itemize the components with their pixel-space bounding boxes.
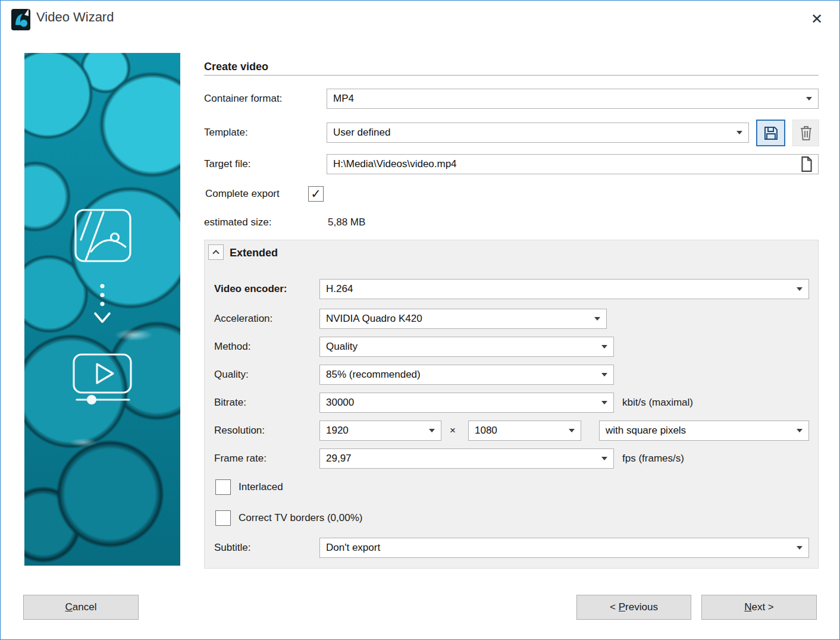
method-label: Method: xyxy=(214,337,250,357)
dropdown-arrow-icon[interactable] xyxy=(806,97,812,101)
subtitle-value: Don't export xyxy=(326,542,380,553)
bitrate-label: Bitrate: xyxy=(214,393,246,413)
video-encoder-value: H.264 xyxy=(326,283,353,294)
preview-image xyxy=(24,53,180,566)
previous-rest: revious xyxy=(625,601,658,613)
frame-rate-combobox[interactable]: 29,97 xyxy=(319,448,614,469)
dropdown-arrow-icon[interactable] xyxy=(594,317,600,321)
template-select[interactable]: User defined xyxy=(327,123,749,143)
target-file-input[interactable] xyxy=(327,154,819,174)
dropdown-arrow-icon[interactable] xyxy=(429,429,435,432)
dropdown-arrow-icon[interactable] xyxy=(569,429,575,432)
resolution-width-value: 1920 xyxy=(326,425,349,436)
delete-template-button[interactable] xyxy=(792,120,819,146)
window-title: Video Wizard xyxy=(36,10,114,25)
resolution-height-value: 1080 xyxy=(475,425,497,436)
section-divider xyxy=(204,75,819,76)
complete-export-label: Complete export xyxy=(205,184,280,204)
app-logo-icon xyxy=(11,8,30,30)
frame-rate-unit: fps (frames/s) xyxy=(622,448,684,469)
container-format-value: MP4 xyxy=(333,93,354,104)
subtitle-label: Subtitle: xyxy=(214,538,250,558)
dropdown-arrow-icon[interactable] xyxy=(601,457,607,460)
extended-panel: Extended Video encoder: H.264 Accelerati… xyxy=(204,240,819,569)
previous-prefix: < xyxy=(610,601,619,613)
template-value: User defined xyxy=(333,127,390,138)
quality-label: Quality: xyxy=(214,365,249,385)
quality-select[interactable]: 85% (recommended) xyxy=(319,365,614,385)
video-encoder-label: Video encoder: xyxy=(214,279,287,299)
container-format-select[interactable]: MP4 xyxy=(327,89,819,109)
next-button[interactable]: Next > xyxy=(701,595,817,620)
cancel-button[interactable]: Cancel xyxy=(23,595,139,620)
timeline-slider-icon xyxy=(77,396,129,404)
checkmark-icon: ✓ xyxy=(311,187,321,200)
previous-key: P xyxy=(619,601,625,613)
collapse-extended-button[interactable] xyxy=(208,244,224,260)
bitrate-combobox[interactable]: 30000 xyxy=(319,393,614,413)
dropdown-arrow-icon[interactable] xyxy=(601,345,607,349)
acceleration-value: NVIDIA Quadro K420 xyxy=(326,313,422,324)
previous-button[interactable]: < Previous xyxy=(576,595,691,620)
trash-icon xyxy=(799,125,813,141)
browse-file-icon[interactable] xyxy=(800,156,814,172)
dotted-arrow-icon xyxy=(100,284,104,306)
save-icon xyxy=(763,126,779,141)
resolution-width-combobox[interactable]: 1920 xyxy=(319,421,441,441)
acceleration-label: Acceleration: xyxy=(214,309,272,329)
method-select[interactable]: Quality xyxy=(319,337,614,357)
estimated-size-label: estimated size: xyxy=(204,212,271,233)
next-key: N xyxy=(744,601,751,613)
frame-rate-value: 29,97 xyxy=(326,453,352,464)
cancel-key: C xyxy=(65,601,73,613)
acceleration-select[interactable]: NVIDIA Quadro K420 xyxy=(319,309,607,329)
frame-rate-label: Frame rate: xyxy=(214,448,267,469)
media-source-icon xyxy=(76,210,130,261)
target-file-label: Target file: xyxy=(204,154,250,174)
dropdown-arrow-icon[interactable] xyxy=(601,373,607,377)
resolution-separator: × xyxy=(450,421,456,441)
dropdown-arrow-icon[interactable] xyxy=(797,429,803,432)
extended-heading: Extended xyxy=(230,244,278,262)
section-title-create-video: Create video xyxy=(204,58,268,76)
arrow-chevron-icon xyxy=(95,313,109,322)
dropdown-arrow-icon[interactable] xyxy=(797,546,803,550)
tv-borders-checkbox[interactable] xyxy=(215,510,231,526)
dropdown-arrow-icon[interactable] xyxy=(601,401,607,404)
interlaced-checkbox[interactable] xyxy=(215,479,231,495)
video-encoder-select[interactable]: H.264 xyxy=(319,279,809,299)
resolution-label: Resolution: xyxy=(214,421,265,441)
subtitle-select[interactable]: Don't export xyxy=(319,538,809,558)
video-wizard-dialog: Video Wizard ✕ xyxy=(0,0,840,640)
template-label: Template: xyxy=(204,123,248,143)
pixel-mode-select[interactable]: with square pixels xyxy=(599,421,809,441)
quality-value: 85% (recommended) xyxy=(326,369,421,380)
bitrate-value: 30000 xyxy=(326,397,354,408)
complete-export-checkbox[interactable]: ✓ xyxy=(308,186,324,202)
method-value: Quality xyxy=(326,341,358,352)
play-video-icon xyxy=(74,354,131,393)
dropdown-arrow-icon[interactable] xyxy=(797,287,803,291)
save-template-button[interactable] xyxy=(756,120,785,146)
chevron-up-icon xyxy=(212,250,220,255)
resolution-height-combobox[interactable]: 1080 xyxy=(468,421,581,441)
cancel-rest: ancel xyxy=(73,601,97,613)
interlaced-label: Interlaced xyxy=(239,477,283,497)
pixel-mode-value: with square pixels xyxy=(606,425,686,436)
next-rest: ext > xyxy=(751,601,773,613)
tv-borders-label: Correct TV borders (0,00%) xyxy=(239,508,362,528)
close-icon[interactable]: ✕ xyxy=(805,8,829,30)
bitrate-unit: kbit/s (maximal) xyxy=(622,393,693,413)
dropdown-arrow-icon[interactable] xyxy=(736,131,742,134)
container-format-label: Container format: xyxy=(204,89,282,109)
estimated-size-value: 5,88 MB xyxy=(328,212,365,233)
titlebar: Video Wizard ✕ xyxy=(1,1,839,37)
